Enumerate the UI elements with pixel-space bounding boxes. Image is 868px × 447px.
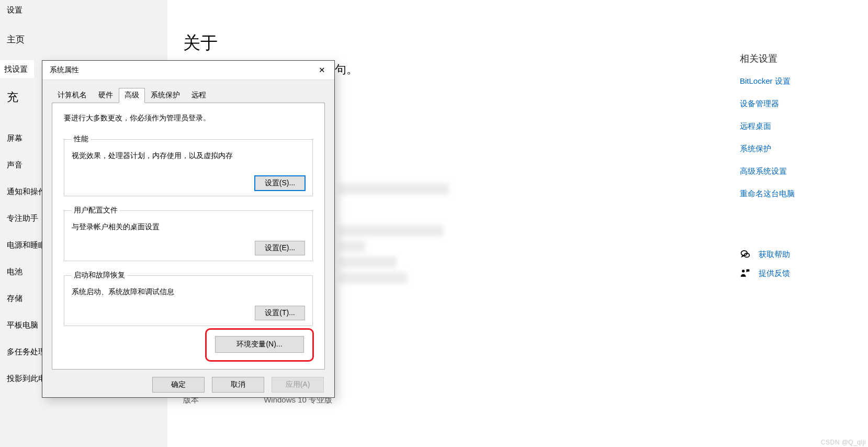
watermark: CSDN @Q_qiji xyxy=(821,439,866,446)
user-profiles-settings-button[interactable]: 设置(E)... xyxy=(255,241,305,255)
related-settings-heading: 相关设置 xyxy=(740,52,863,65)
settings-title: 设置 xyxy=(0,0,167,20)
tab-label: 计算机名 xyxy=(58,91,87,99)
group-legend: 用户配置文件 xyxy=(72,206,120,215)
sidebar-item-label: 电池 xyxy=(7,267,22,276)
dialog-footer: 确定 取消 应用(A) xyxy=(42,372,334,397)
sidebar-item-label: 电源和睡眠 xyxy=(7,240,46,249)
tab-strip: 计算机名 硬件 高级 系统保护 远程 xyxy=(52,87,325,103)
performance-group: 性能 视觉效果，处理器计划，内存使用，以及虚拟内存 设置(S)... xyxy=(64,135,313,196)
get-help-row[interactable]: 获取帮助 xyxy=(740,249,863,260)
group-desc: 系统启动、系统故障和调试信息 xyxy=(72,287,305,297)
system-properties-dialog: 系统属性 ✕ 计算机名 硬件 高级 系统保护 远程 要进行大多数更改，你必须作为… xyxy=(42,60,335,398)
env-variables-highlight: 环境变量(N)... xyxy=(205,328,314,362)
group-legend: 启动和故障恢复 xyxy=(72,271,127,280)
sidebar-home[interactable]: 主页 xyxy=(0,20,167,51)
search-input[interactable] xyxy=(0,60,34,78)
tab-computer-name[interactable]: 计算机名 xyxy=(52,88,93,103)
related-settings-panel: 相关设置 BitLocker 设置 设备管理器 远程桌面 系统保护 高级系统设置… xyxy=(740,52,868,287)
tab-label: 远程 xyxy=(191,91,206,99)
dialog-body: 计算机名 硬件 高级 系统保护 远程 要进行大多数更改，你必须作为管理员登录。 … xyxy=(42,80,334,372)
dialog-titlebar[interactable]: 系统属性 ✕ xyxy=(42,61,334,80)
tab-advanced[interactable]: 高级 xyxy=(119,88,145,103)
sidebar-item-label: 多任务处理 xyxy=(7,347,46,356)
link-advanced-system[interactable]: 高级系统设置 xyxy=(740,166,863,176)
redacted-strip xyxy=(339,256,397,268)
link-remote-desktop[interactable]: 远程桌面 xyxy=(740,121,863,131)
feedback-person-icon xyxy=(740,268,750,278)
ok-button[interactable]: 确定 xyxy=(152,377,205,393)
link-rename-pc[interactable]: 重命名这台电脑 xyxy=(740,189,863,199)
redacted-strip xyxy=(339,183,449,195)
sidebar-item-label: 屏幕 xyxy=(7,133,22,142)
sidebar-item-label: 存储 xyxy=(7,294,22,303)
performance-settings-button[interactable]: 设置(S)... xyxy=(255,176,305,191)
tab-panel-advanced: 要进行大多数更改，你必须作为管理员登录。 性能 视觉效果，处理器计划，内存使用，… xyxy=(52,103,325,370)
tab-label: 硬件 xyxy=(98,91,113,99)
link-system-protection[interactable]: 系统保护 xyxy=(740,144,863,154)
trailing-text: 句。 xyxy=(335,62,358,77)
apply-button: 应用(A) xyxy=(272,377,324,393)
svg-point-2 xyxy=(742,270,745,272)
dialog-title: 系统属性 xyxy=(50,65,79,75)
group-desc: 与登录帐户相关的桌面设置 xyxy=(72,222,305,232)
redacted-strip xyxy=(339,272,407,284)
redacted-strip xyxy=(339,225,444,237)
tab-system-protection[interactable]: 系统保护 xyxy=(145,88,186,103)
link-get-help[interactable]: 获取帮助 xyxy=(759,250,790,260)
redacted-strip xyxy=(339,241,365,252)
sidebar-item-label: 声音 xyxy=(7,160,22,169)
startup-recovery-settings-button[interactable]: 设置(T)... xyxy=(255,306,305,320)
link-device-manager[interactable]: 设备管理器 xyxy=(740,99,863,109)
tab-hardware[interactable]: 硬件 xyxy=(93,88,119,103)
startup-recovery-group: 启动和故障恢复 系统启动、系统故障和调试信息 设置(T)... xyxy=(64,271,313,326)
group-legend: 性能 xyxy=(72,135,91,144)
sidebar-item-label: 投影到此电 xyxy=(7,374,46,383)
link-bitlocker[interactable]: BitLocker 设置 xyxy=(740,76,863,86)
feedback-row[interactable]: 提供反馈 xyxy=(740,268,863,278)
group-desc: 视觉效果，处理器计划，内存使用，以及虚拟内存 xyxy=(72,151,305,161)
close-button[interactable]: ✕ xyxy=(309,61,334,80)
tab-label: 系统保护 xyxy=(151,91,180,99)
link-feedback[interactable]: 提供反馈 xyxy=(759,269,790,278)
sidebar-item-label: 通知和操作 xyxy=(7,187,46,196)
user-profiles-group: 用户配置文件 与登录帐户相关的桌面设置 设置(E)... xyxy=(64,206,313,261)
environment-variables-button[interactable]: 环境变量(N)... xyxy=(215,336,304,353)
help-chat-icon xyxy=(740,249,750,260)
admin-note: 要进行大多数更改，你必须作为管理员登录。 xyxy=(64,114,313,123)
sidebar-item-label: 平板电脑 xyxy=(7,320,38,329)
close-icon: ✕ xyxy=(319,65,325,75)
sidebar-item-label: 专注助手 xyxy=(7,214,38,222)
cancel-button[interactable]: 取消 xyxy=(212,377,264,393)
tab-remote[interactable]: 远程 xyxy=(186,88,212,103)
tab-label: 高级 xyxy=(125,91,139,99)
